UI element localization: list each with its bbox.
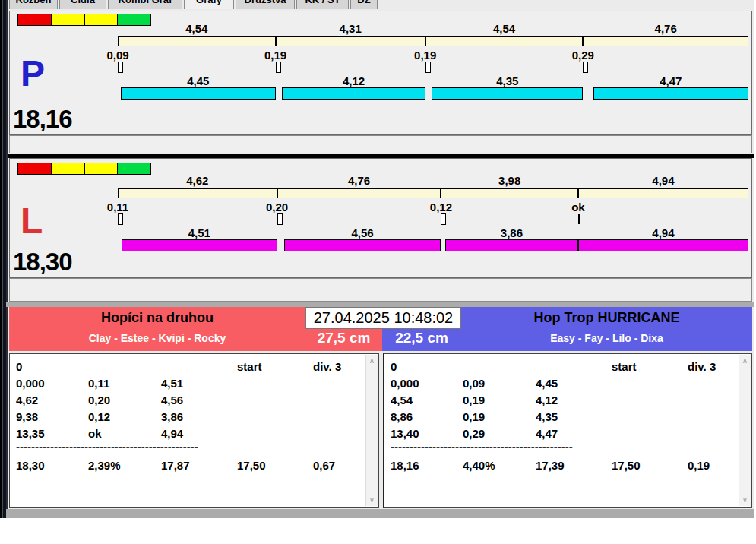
- cell: 4,47: [536, 427, 612, 440]
- table-content: 0 start div. 3 0,000 0,11 4,51 4,62 0,20…: [16, 358, 362, 473]
- cell: 4,62: [16, 394, 88, 406]
- cell: 0: [16, 360, 88, 373]
- table-header-row: 0 start div. 3: [16, 358, 362, 375]
- cell: 4,40%: [463, 459, 536, 472]
- net-time-bar: [282, 87, 425, 100]
- cell: div. 3: [688, 360, 735, 373]
- net-time-bar: [121, 87, 275, 100]
- cell: 9,38: [16, 410, 88, 423]
- lane-total-time: 18,30: [13, 248, 72, 277]
- table-row: 8,86 0,19 4,35: [391, 408, 735, 425]
- net-time-bar: [432, 87, 583, 100]
- cell: 4,94: [161, 427, 237, 440]
- table-row: 4,54 0,19 4,12: [391, 391, 735, 408]
- changeover-loss-label: 0,12: [410, 201, 471, 213]
- table-totals-row: 18,30 2,39% 17,87 17,50 0,67: [16, 457, 362, 473]
- cell: 0: [391, 360, 463, 373]
- datetime-display: 27.04.2025 10:48:02: [305, 307, 461, 329]
- cell: 0,20: [88, 394, 161, 406]
- net-time-label: 3,86: [481, 226, 542, 239]
- cell: start: [237, 360, 313, 373]
- light-red: [18, 163, 52, 174]
- changeover-loss-label: 0,19: [245, 49, 306, 62]
- changeover-loss-label: 0,09: [87, 49, 148, 62]
- cell: div. 3: [313, 360, 362, 373]
- scroll-up-icon[interactable]: ∧: [739, 356, 751, 365]
- scroll-up-icon[interactable]: ∧: [366, 356, 378, 365]
- cell: 17,50: [612, 459, 688, 472]
- changeover-loss-marker: [425, 62, 431, 73]
- spacer-strip: [9, 278, 752, 302]
- changeover-loss-marker: [276, 62, 281, 73]
- table-row: 13,40 0,29 4,47: [391, 425, 735, 441]
- cell: 4,51: [161, 377, 237, 390]
- gross-time-label: 4,94: [633, 174, 694, 187]
- table-scrollbar[interactable]: ∧ ∨: [739, 355, 751, 506]
- cell: 17,50: [237, 459, 313, 472]
- tab-druzstva[interactable]: Družstva: [236, 0, 295, 9]
- changeover-loss-marker: [118, 62, 123, 73]
- cell: 17,87: [161, 459, 237, 472]
- net-time-bar: [122, 239, 277, 251]
- cell: 4,56: [161, 394, 237, 406]
- table-row: 4,62 0,20 4,56: [16, 391, 362, 408]
- cell: 8,86: [391, 410, 463, 423]
- tab-kombi-graf[interactable]: Kombi Graf: [108, 0, 182, 9]
- table-row: 0,000 0,11 4,51: [16, 375, 362, 391]
- tab-kk-st[interactable]: KK / ST: [296, 0, 349, 9]
- cell: 4,45: [536, 377, 612, 390]
- background-window-edge: [0, 0, 8, 518]
- cell: start: [612, 360, 688, 373]
- cell: 0,19: [688, 459, 735, 472]
- tab-dz[interactable]: DZ: [350, 0, 378, 9]
- team-table-left: 0 start div. 3 0,000 0,11 4,51 4,62 0,20…: [9, 353, 379, 508]
- lane-panel-l: L 4,620,114,514,760,204,563,980,123,864,…: [9, 158, 752, 278]
- gross-time-label: 4,76: [635, 22, 696, 35]
- cell: 0,19: [463, 394, 536, 406]
- jump-height: 27,5 cm: [305, 330, 382, 346]
- table-row: 9,38 0,12 3,86: [16, 408, 362, 425]
- gross-time-bar: [118, 36, 748, 46]
- net-time-label: 4,12: [324, 74, 384, 87]
- segment-divider: [577, 189, 579, 198]
- lane-letter: P: [21, 55, 45, 92]
- light-yellow-2: [85, 14, 119, 25]
- scroll-down-icon[interactable]: ∨: [739, 495, 751, 504]
- cell: 18,30: [16, 459, 88, 472]
- net-time-label: 4,45: [168, 74, 229, 87]
- light-yellow-2: [85, 163, 119, 174]
- cell: ok: [88, 427, 161, 440]
- team-dogs: Clay - Estee - Kvipi - Rocky: [9, 332, 305, 344]
- team-name: Hop Trop HURRICANE: [461, 310, 752, 326]
- scroll-down-icon[interactable]: ∨: [366, 495, 378, 504]
- changeover-loss-label: 0,29: [552, 49, 613, 62]
- gross-time-label: 4,54: [474, 22, 535, 35]
- gross-time-label: 4,54: [166, 22, 227, 35]
- net-time-label: 4,56: [332, 226, 393, 239]
- changeover-loss-label: 0,11: [87, 201, 148, 213]
- gray-strip-bottom: [6, 509, 754, 518]
- cell: 0,67: [313, 459, 362, 472]
- cell: 0,11: [88, 377, 161, 390]
- spacer-strip: [9, 135, 752, 153]
- gross-time-bar: [118, 188, 748, 198]
- table-row: 0,000 0,09 4,45: [391, 375, 735, 391]
- cell: 3,86: [161, 410, 237, 423]
- table-row: 13,35 ok 4,94: [16, 425, 362, 441]
- segment-divider: [425, 37, 426, 46]
- segment-divider: [440, 189, 441, 198]
- table-scrollbar[interactable]: ∧ ∨: [365, 355, 378, 506]
- lane-panel-p: P 4,540,094,454,310,194,124,540,194,354,…: [9, 11, 752, 135]
- table-header-row: 0 start div. 3: [391, 358, 735, 375]
- lane-letter: L: [21, 203, 43, 239]
- cell: 0,000: [391, 377, 463, 390]
- gross-time-label: 4,31: [320, 22, 381, 35]
- gross-time-label: 4,76: [328, 174, 389, 187]
- tab-rozbeh[interactable]: Rozbeh: [9, 0, 58, 9]
- tab-grafy[interactable]: Grafy: [184, 0, 234, 9]
- net-time-label: 4,35: [477, 74, 538, 87]
- cell: 0,19: [463, 410, 536, 423]
- lane-total-time: 18,16: [13, 105, 72, 134]
- table-content: 0 start div. 3 0,000 0,09 4,45 4,54 0,19…: [391, 358, 735, 473]
- tab-cidla[interactable]: Cidla: [59, 0, 106, 9]
